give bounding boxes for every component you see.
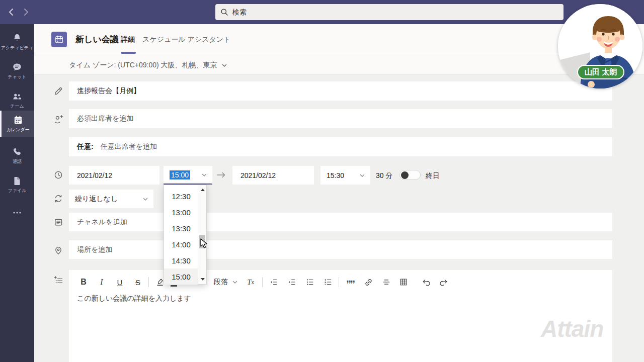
quote-button[interactable]: ”” (344, 276, 357, 289)
search-input[interactable] (215, 4, 564, 20)
repeat-icon (53, 194, 63, 204)
time-option[interactable]: 13:00 (164, 204, 198, 220)
start-date-input[interactable]: 2021/02/12 (69, 166, 159, 185)
required-attendees-input[interactable]: 必須出席者を追加 (69, 109, 612, 128)
scroll-down-arrow[interactable] (198, 276, 207, 283)
scroll-up-arrow[interactable] (198, 186, 207, 194)
time-option[interactable]: 12:30 (164, 188, 198, 204)
meeting-title-input[interactable]: 進捗報告会【月例】 (69, 81, 612, 101)
description-placeholder: この新しい会議の詳細を入力します (77, 294, 191, 303)
indent-button[interactable] (285, 276, 298, 289)
tab-scheduling-assistant[interactable]: スケジュール アシスタント (142, 35, 231, 44)
phone-icon (12, 146, 23, 157)
repeat-value: 繰り返しなし (75, 195, 118, 204)
sidebar-item-teams[interactable]: チーム (0, 87, 34, 113)
optional-attendees-input[interactable]: 任意: 任意出席者を追加 (69, 137, 612, 156)
channel-placeholder: チャネルを追加 (77, 218, 127, 227)
chevron-down-icon (201, 172, 207, 178)
chevron-down-icon (221, 62, 227, 68)
horizontal-rule-button[interactable] (380, 276, 393, 289)
end-time-combobox[interactable]: 15:30 (320, 166, 370, 185)
end-date-input[interactable]: 2021/02/12 (232, 166, 314, 185)
sidebar-item-label: ファイル (8, 188, 27, 194)
sidebar-item-chat[interactable]: チャット (0, 58, 34, 83)
table-icon (399, 278, 408, 287)
sidebar-item-label: チーム (10, 103, 24, 110)
teams-icon (12, 91, 23, 102)
toggle-knob (401, 171, 409, 179)
timezone-row: タイム ゾーン: (UTC+09:00) 大阪、札幌、東京 (34, 55, 644, 75)
font-color-underline (171, 285, 177, 287)
location-pin-icon (53, 245, 63, 255)
numbered-list-button[interactable] (321, 276, 335, 289)
time-option[interactable]: 13:30 (164, 220, 198, 236)
time-option[interactable]: 14:30 (164, 252, 198, 268)
underline-button[interactable]: U (113, 276, 126, 289)
all-day-toggle[interactable] (399, 170, 421, 180)
repeat-dropdown[interactable]: 繰り返しなし (69, 190, 153, 208)
toolbar-divider (148, 277, 149, 287)
outdent-button[interactable] (267, 276, 280, 289)
optional-attendees-placeholder: 任意出席者を追加 (101, 142, 157, 151)
back-icon[interactable] (6, 7, 17, 18)
duration-label: 30 分 (376, 171, 392, 180)
paragraph-style-dropdown[interactable]: 段落 (214, 276, 238, 289)
start-time-combobox[interactable]: 15:00 (164, 166, 212, 185)
bold-button[interactable]: B (77, 276, 90, 289)
end-time-value: 15:30 (327, 171, 344, 179)
indent-icon (287, 278, 296, 287)
sidebar-item-label: チャット (8, 74, 27, 80)
time-option[interactable]: 14:00 (164, 236, 198, 252)
forward-icon[interactable] (20, 7, 31, 18)
bullet-list-button[interactable] (303, 276, 316, 289)
dropdown-scrollbar[interactable] (198, 185, 206, 284)
bell-icon (12, 33, 23, 44)
chat-icon (12, 62, 23, 73)
italic-button[interactable]: I (95, 276, 108, 289)
tab-details[interactable]: 詳細 (121, 35, 135, 44)
timezone-selector[interactable]: タイム ゾーン: (UTC+09:00) 大阪、札幌、東京 (69, 61, 227, 70)
sidebar-item-activity[interactable]: アクティビティ (0, 29, 34, 54)
new-meeting-icon (51, 32, 67, 47)
clock-icon (53, 170, 63, 180)
numbered-list-icon (324, 278, 333, 287)
time-option-selected[interactable]: 15:00 (164, 268, 198, 285)
time-options-list: 12:30 13:00 13:30 14:00 14:30 15:00 (164, 188, 198, 285)
clear-format-button[interactable]: Tx (244, 276, 257, 289)
calendar-icon (13, 115, 24, 126)
search-icon (220, 8, 228, 16)
location-placeholder: 場所を追加 (77, 245, 112, 254)
redo-icon (439, 278, 449, 287)
outdent-icon (269, 278, 278, 287)
add-attendee-icon (53, 114, 63, 124)
paragraph-style-value: 段落 (214, 278, 228, 287)
agenda-icon (53, 275, 63, 285)
clear-format-x: x (252, 280, 254, 285)
sidebar-item-calls[interactable]: 通話 (0, 143, 34, 168)
link-button[interactable] (362, 276, 375, 289)
toolbar-divider (339, 277, 339, 287)
strikethrough-button[interactable]: S (131, 276, 144, 289)
start-date-value: 2021/02/12 (77, 171, 112, 179)
chevron-down-icon (232, 279, 238, 285)
redo-button[interactable] (437, 276, 450, 289)
insert-table-button[interactable] (397, 276, 410, 289)
undo-icon (421, 278, 431, 287)
bullet-list-icon (305, 278, 314, 287)
more-icon (12, 207, 23, 218)
required-attendees-placeholder: 必須出席者を追加 (77, 114, 133, 123)
teams-app-window: アクティビティ チャット チーム (0, 0, 644, 362)
location-input[interactable]: 場所を追加 (69, 240, 612, 259)
presenter-name: 山田 太朗 (585, 67, 617, 77)
all-day-label: 終日 (426, 171, 440, 180)
horizontal-rule-icon (382, 278, 391, 287)
meeting-header: 新しい会議 詳細 スケジュール アシスタント (34, 24, 644, 55)
sidebar-item-more[interactable] (0, 200, 34, 225)
arrow-right-icon (216, 171, 226, 179)
undo-button[interactable] (419, 276, 432, 289)
description-editor[interactable]: B I U S 段落 Tx (69, 270, 612, 362)
sidebar-item-files[interactable]: ファイル (0, 172, 34, 197)
channel-input[interactable]: チャネルを追加 (69, 213, 612, 231)
sidebar-item-calendar[interactable]: カレンダー (0, 111, 34, 137)
file-icon (12, 175, 23, 187)
